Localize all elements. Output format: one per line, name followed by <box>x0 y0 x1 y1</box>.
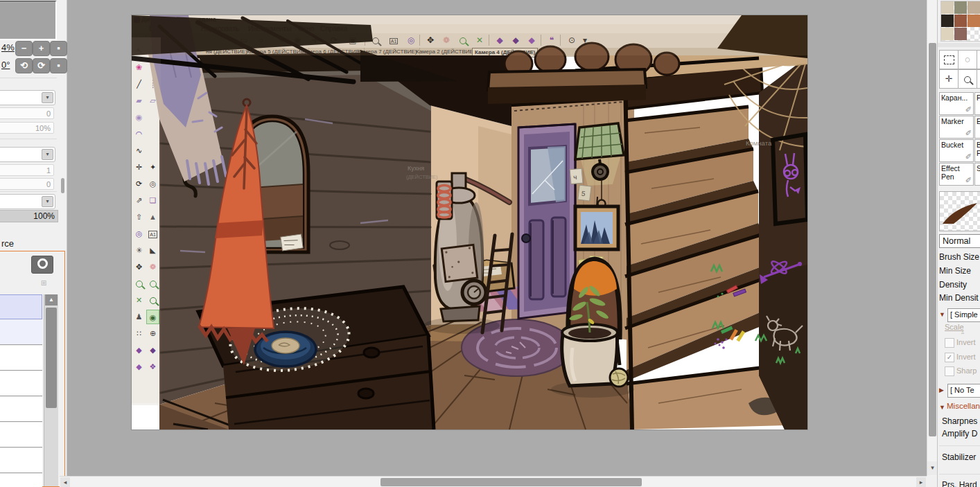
rotate-reset-button[interactable]: ▪ <box>50 58 67 73</box>
dropdown-arrow-icon[interactable]: ▾ <box>42 149 53 160</box>
invert2-checkbox[interactable]: ✓ <box>945 353 954 362</box>
layer-row-1[interactable] <box>0 320 42 345</box>
text-tool-icon[interactable]: A1 <box>387 35 401 46</box>
sketchup-menu-0[interactable]: Из <box>149 25 157 33</box>
sketchup-menu-1[interactable]: Вид <box>176 25 189 33</box>
zoom-window-icon[interactable] <box>146 276 159 291</box>
panel-resize-grip[interactable] <box>61 178 64 193</box>
layers-scroll-thumb[interactable] <box>46 308 57 408</box>
paint-roller-icon[interactable]: ❀ <box>132 60 146 75</box>
scroll-down-icon[interactable]: ▼ <box>927 461 938 475</box>
blank[interactable] <box>146 127 159 141</box>
layer-row-7[interactable] <box>0 474 42 487</box>
paper-effect-button[interactable] <box>31 256 53 274</box>
swatch-0-2[interactable] <box>968 1 980 14</box>
select-tool-icon[interactable]: ↖ <box>132 44 146 58</box>
navigator-preview[interactable] <box>0 1 57 40</box>
rotate-view-tool[interactable] <box>977 69 980 89</box>
horizontal-scrollbar[interactable]: ◂ ▸ <box>60 476 927 487</box>
miscellanea-header[interactable]: Miscellane <box>947 402 980 410</box>
slider-thumb-icon[interactable]: ▵ <box>961 329 964 335</box>
invert1-checkbox[interactable] <box>945 338 954 348</box>
rotated-rect-icon[interactable]: ▱ <box>146 94 159 108</box>
section-closed-icon[interactable]: ▶ <box>939 387 944 393</box>
swatch-0-0[interactable] <box>941 1 954 14</box>
warehouse3-icon[interactable]: ◆ <box>132 360 146 374</box>
rectangle-tool-icon[interactable]: ▰ <box>132 94 146 108</box>
value-field-3[interactable]: 1 <box>0 164 54 176</box>
dimension-icon[interactable]: ◣ <box>146 243 159 258</box>
zoom-tool-icon[interactable] <box>369 35 383 46</box>
section-open-icon[interactable]: ▼ <box>939 404 945 411</box>
zoom-extents-icon[interactable]: ✕ <box>132 293 146 308</box>
brush-cell-1-1[interactable]: Er✐ <box>974 116 980 139</box>
swatch-2-0[interactable] <box>941 28 954 40</box>
rect-select-tool[interactable] <box>939 50 959 69</box>
orbit-tool-icon[interactable]: ✥ <box>423 35 437 46</box>
caret-down-icon[interactable]: ▾ <box>578 35 592 46</box>
scene-tab-2[interactable]: Камера 6 (ДЕЙСТВИЕ) <box>300 48 365 56</box>
brush-cell-3-1[interactable]: Sc✐ <box>974 163 980 186</box>
shape-tool-icon[interactable]: ◗ <box>146 60 159 75</box>
rotate-ccw-button[interactable]: ⟲ <box>15 58 33 73</box>
sketchup-menu-2[interactable]: Нарисовать <box>201 25 239 33</box>
layer-row-6[interactable] <box>0 448 42 473</box>
swatch-0-1[interactable] <box>954 1 967 14</box>
offset2-icon[interactable]: ◎ <box>132 227 146 241</box>
new-layer-set-button[interactable]: ⊞ <box>34 276 53 290</box>
layer-row-3[interactable] <box>0 371 42 396</box>
offset-tool-icon[interactable]: ▣ <box>346 35 360 46</box>
brush-cell-2-1[interactable]: Bi Pe✐ <box>974 139 980 162</box>
scene-tab-5[interactable]: Камера 4 (ДЕЙСТВИЕ) <box>472 48 538 57</box>
texture-dropdown[interactable]: [ No Te <box>947 384 980 398</box>
scene-tab-3[interactable]: Камера 7 (ДЕЙСТВИЕ) <box>356 48 420 56</box>
blank[interactable] <box>146 143 159 158</box>
rectangle-tool-icon[interactable]: ▭ <box>237 35 251 46</box>
swatch-1-0[interactable] <box>941 15 954 27</box>
push-pull-icon[interactable]: ⇧ <box>132 210 146 224</box>
warehouse-icon[interactable]: ◆ <box>493 35 507 46</box>
layer-row-4[interactable] <box>0 397 42 422</box>
text-tool-icon[interactable]: A1 <box>146 227 159 241</box>
sketchup-menu-5[interactable]: Справка <box>320 25 347 33</box>
sketchup-menu-3[interactable]: Инструменты <box>248 25 291 33</box>
components-icon[interactable]: ◆ <box>509 35 523 46</box>
section-open-icon[interactable]: ▼ <box>939 311 945 318</box>
extensions-icon[interactable]: ❖ <box>146 360 159 374</box>
circle-tool-icon[interactable]: ◉ <box>132 110 146 125</box>
rotate-tool-icon[interactable]: ⟳ <box>327 35 341 46</box>
feedback-icon[interactable]: ❝ <box>545 35 559 46</box>
account-icon[interactable]: ⊙ <box>565 35 579 46</box>
circle-tool-icon[interactable]: ○ <box>254 35 268 46</box>
zoom-green-icon[interactable] <box>456 35 470 46</box>
tool-preset-dropdown[interactable]: ▾ <box>0 90 55 105</box>
brush-cell-2-0[interactable]: Bucket✐ <box>939 139 974 162</box>
layer-opacity-slider[interactable]: 100% <box>0 210 58 222</box>
move-tool-icon[interactable]: ✛ <box>132 160 146 175</box>
scene-tab-0[interactable]: ня (ДЕЙСТВИЕ) <box>204 48 250 56</box>
swatch-1-2[interactable] <box>968 15 980 27</box>
zoom-extents-icon[interactable]: ✕ <box>473 35 487 46</box>
dropdown-arrow-icon[interactable]: ▾ <box>42 196 53 207</box>
axes-tool-icon[interactable]: ✳ <box>132 243 146 258</box>
paint-tool-icon[interactable]: ◎ <box>404 35 418 46</box>
rotate-cw-button[interactable]: ⟳ <box>33 58 50 73</box>
layers-scroll-up-icon[interactable]: ▲ <box>45 294 58 306</box>
footprints-icon[interactable]: ∷ <box>132 326 146 341</box>
vertical-scrollbar[interactable]: ▼ <box>927 0 938 476</box>
position-camera-icon[interactable]: ⊕ <box>146 326 159 341</box>
brush-cell-1-0[interactable]: Marker✐ <box>939 116 974 139</box>
scroll-left-icon[interactable]: ◂ <box>60 477 70 487</box>
blend-dropdown[interactable]: ▾ <box>0 194 55 209</box>
value-field-2[interactable]: 10% <box>0 122 54 134</box>
zoom-value[interactable]: 4% <box>1 42 15 53</box>
secondary-dropdown[interactable]: ▾ <box>0 147 55 162</box>
zoom-tool-icon[interactable] <box>132 276 146 291</box>
wand-tool[interactable] <box>977 50 980 69</box>
pan-tool-icon[interactable]: ❁ <box>146 260 159 274</box>
brush-cell-0-1[interactable]: Pe✐ <box>974 92 980 115</box>
dropdown-arrow-icon[interactable]: ▾ <box>42 92 53 103</box>
value-field-4[interactable]: 0 <box>0 178 54 190</box>
angle-value[interactable]: 0° <box>1 60 10 70</box>
line-tool-icon[interactable]: ╱ <box>132 77 146 91</box>
